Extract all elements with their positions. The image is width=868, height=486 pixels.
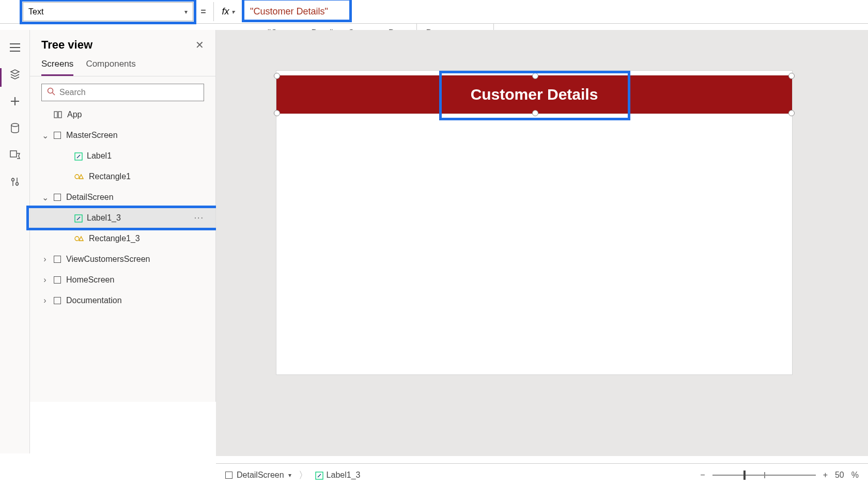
tree-item-label1-3[interactable]: Label1_3 ··· (30, 208, 215, 228)
screen-surface[interactable]: Customer Details (276, 70, 793, 375)
canvas-area[interactable]: Customer Details (216, 30, 868, 456)
caret-right-icon: › (41, 296, 49, 305)
svg-point-8 (75, 175, 79, 179)
svg-point-10 (75, 237, 79, 241)
tree-item-label: Documentation (66, 296, 122, 305)
advanced-tools-icon[interactable] (8, 175, 22, 189)
breadcrumb-label: DetailScreen (237, 471, 284, 480)
chevron-down-icon: ▾ (288, 472, 291, 479)
selection-handle[interactable] (274, 73, 280, 79)
svg-point-2 (11, 179, 14, 181)
caret-right-icon: › (41, 275, 49, 285)
property-selector[interactable]: Text ▾ (23, 2, 193, 21)
equals-label: = (193, 2, 214, 21)
tree-search-field[interactable] (59, 88, 198, 97)
breadcrumb-separator: 〉 (299, 469, 308, 481)
tree-item-label: Rectangle1 (89, 172, 131, 181)
search-icon (47, 87, 55, 98)
tree-item-documentation[interactable]: › Documentation (30, 290, 215, 311)
breadcrumb-label: Label1_3 (327, 471, 361, 480)
caret-down-icon: ⌄ (41, 193, 49, 202)
selection-handle[interactable] (274, 110, 280, 116)
app-icon (54, 111, 62, 119)
zoom-out-button[interactable]: − (700, 471, 705, 480)
tab-components[interactable]: Components (86, 59, 135, 76)
tree-item-label: MasterScreen (66, 131, 118, 140)
caret-down-icon: ⌄ (41, 131, 49, 140)
screen-icon (54, 194, 61, 201)
active-indicator (0, 68, 2, 87)
tree-item-label: App (67, 110, 82, 119)
screen-icon (225, 472, 233, 479)
caret-right-icon: › (41, 255, 49, 264)
screen-icon (54, 297, 61, 304)
svg-rect-5 (54, 112, 57, 118)
tree-item-homescreen[interactable]: › HomeScreen (30, 270, 215, 290)
screen-icon (54, 276, 61, 284)
hamburger-icon[interactable] (8, 40, 22, 55)
tree-item-masterscreen[interactable]: ⌄ MasterScreen (30, 125, 215, 146)
tab-screens[interactable]: Screens (41, 59, 73, 76)
tree-tabs: Screens Components (30, 52, 215, 76)
svg-point-3 (16, 183, 18, 185)
svg-point-0 (11, 123, 19, 127)
zoom-in-button[interactable]: + (823, 471, 828, 480)
zoom-value: 50 (835, 471, 844, 480)
svg-rect-6 (58, 112, 61, 118)
fx-button[interactable]: fx ▾ (214, 2, 243, 21)
left-rail (0, 30, 30, 453)
screen-icon (54, 256, 61, 263)
data-icon[interactable] (8, 121, 22, 135)
tree-item-viewcustomers[interactable]: › ViewCustomersScreen (30, 249, 215, 270)
tree-item-app[interactable]: App (30, 104, 215, 125)
media-icon[interactable] (8, 148, 22, 162)
tree-item-label1[interactable]: Label1 (30, 146, 215, 166)
breadcrumb-bar: DetailScreen ▾ 〉 Label1_3 − + 50 % (216, 463, 868, 486)
highlight-box (20, 0, 196, 24)
screen-icon (54, 132, 61, 139)
close-icon[interactable]: ✕ (195, 39, 204, 51)
highlight-box (26, 206, 219, 230)
zoom-tick (764, 472, 765, 478)
chevron-down-icon: ▾ (231, 8, 235, 15)
tree-view-title: Tree view (41, 38, 92, 52)
highlight-box (439, 71, 630, 120)
selection-handle[interactable] (788, 73, 795, 79)
zoom-slider[interactable] (712, 475, 816, 476)
svg-point-4 (48, 88, 53, 93)
insert-icon[interactable] (8, 94, 22, 108)
tree-search-input[interactable] (41, 84, 204, 101)
svg-rect-1 (10, 151, 17, 157)
formula-input[interactable]: "Customer Details" (243, 0, 868, 23)
tree-view-icon[interactable] (8, 67, 22, 82)
tree-view-panel: Tree view ✕ Screens Components App ⌄ Mas… (30, 30, 216, 402)
tree-item-label: HomeScreen (66, 275, 114, 285)
label-icon (315, 472, 322, 479)
tree-item-label: Label1 (87, 151, 112, 161)
formula-text: "Customer Details" (250, 6, 328, 17)
tree-item-label: Rectangle1_3 (89, 234, 140, 243)
tree-item-label: DetailScreen (66, 193, 114, 202)
breadcrumb-control[interactable]: Label1_3 (315, 471, 361, 480)
breadcrumb-screen[interactable]: DetailScreen ▾ (225, 471, 291, 480)
zoom-pct: % (851, 471, 859, 480)
shape-icon (74, 235, 84, 242)
tree-item-detailscreen[interactable]: ⌄ DetailScreen (30, 187, 215, 208)
tree-item-rectangle1-3[interactable]: Rectangle1_3 (30, 228, 215, 249)
shape-icon (74, 173, 84, 180)
zoom-controls: − + 50 % (700, 471, 859, 480)
selection-handle[interactable] (788, 110, 795, 116)
zoom-thumb[interactable] (743, 471, 746, 480)
tree-item-rectangle1[interactable]: Rectangle1 (30, 166, 215, 187)
label-icon (74, 152, 82, 160)
fx-label: fx (222, 6, 229, 17)
tree-item-label: ViewCustomersScreen (66, 255, 150, 264)
